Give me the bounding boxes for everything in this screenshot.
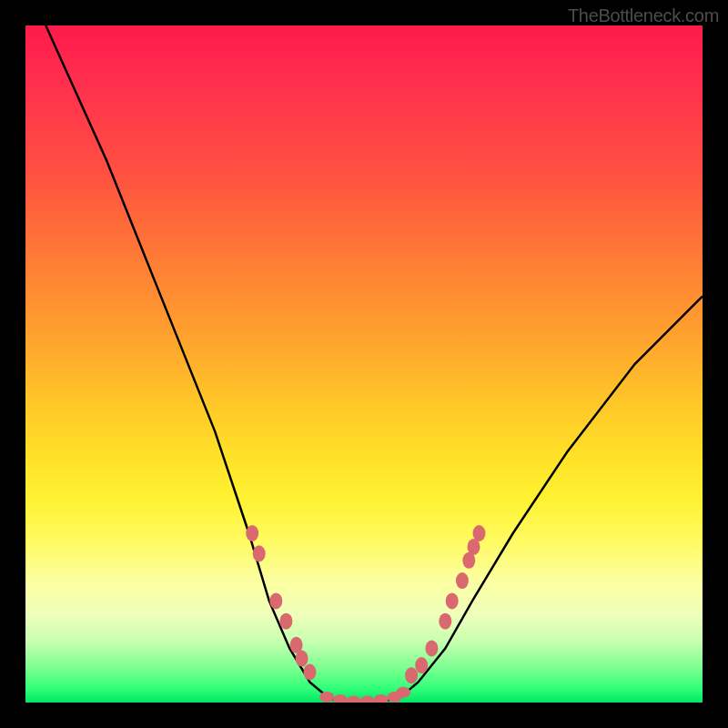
left-markers (246, 525, 316, 681)
marker-dot (269, 592, 282, 609)
marker-dot (439, 613, 451, 630)
marker-dot (319, 692, 334, 703)
bottleneck-curve (46, 25, 703, 703)
marker-dot (374, 694, 389, 703)
marker-dot (304, 664, 317, 681)
marker-dot (347, 696, 361, 703)
marker-dot (279, 613, 292, 630)
marker-dot (253, 545, 266, 561)
marker-dot (396, 687, 410, 698)
marker-dot (333, 694, 348, 703)
marker-dot (246, 525, 258, 541)
marker-dot (296, 651, 308, 667)
marker-dot (456, 572, 469, 589)
marker-dot (446, 592, 459, 609)
bottom-markers (319, 687, 410, 703)
marker-dot (415, 657, 428, 673)
marker-dot (425, 641, 438, 657)
marker-dot (405, 667, 418, 683)
right-markers (405, 525, 485, 683)
plot-area (25, 25, 703, 703)
curve-layer (25, 25, 703, 703)
marker-dot (360, 696, 375, 703)
marker-dot (473, 525, 486, 541)
chart-container: TheBottleneck.com (0, 0, 728, 728)
watermark-text: TheBottleneck.com (568, 5, 719, 26)
